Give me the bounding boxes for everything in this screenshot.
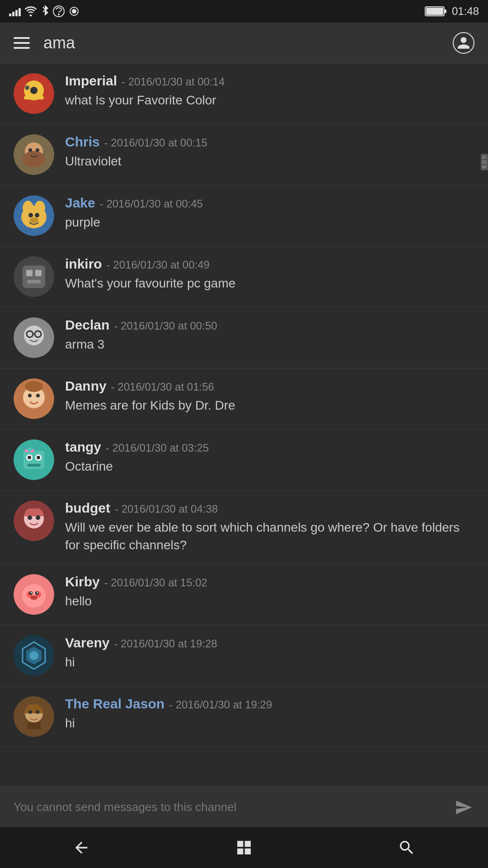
message-author: tangy	[65, 439, 101, 455]
message-header: inkiro- 2016/01/30 at 00:49	[65, 256, 474, 272]
message-text: Memes are for Kids by Dr. Dre	[65, 396, 474, 414]
message-timestamp: - 2016/01/30 at 00:15	[104, 137, 207, 149]
svg-point-59	[30, 595, 38, 600]
svg-point-45	[37, 456, 40, 459]
message-author: Jake	[65, 195, 95, 211]
svg-point-38	[25, 381, 43, 392]
svg-point-21	[28, 213, 33, 217]
message-header: Kirby- 2016/01/30 at 15:02	[65, 574, 474, 590]
svg-rect-10	[24, 96, 44, 99]
avatar	[14, 134, 54, 175]
svg-rect-26	[26, 270, 33, 276]
list-item: budget- 2016/01/30 at 04:38Will we ever …	[0, 491, 488, 564]
avatar	[14, 696, 54, 737]
message-text: hi	[65, 653, 474, 671]
scroll-indicator: 0 0 8	[481, 154, 488, 170]
list-item: inkiro- 2016/01/30 at 00:49What's your f…	[0, 246, 488, 307]
hamburger-menu-button[interactable]	[14, 37, 30, 49]
battery-icon	[425, 5, 447, 17]
signal-indicators	[9, 5, 80, 18]
status-time: 01:48	[452, 5, 479, 18]
message-author: Kirby	[65, 574, 100, 590]
message-author: Imperial	[65, 73, 117, 89]
message-content: The Real Jason- 2016/01/30 at 19:29hi	[65, 696, 474, 732]
message-timestamp: - 2016/01/30 at 00:49	[107, 259, 210, 271]
svg-point-57	[31, 592, 32, 594]
svg-rect-25	[23, 265, 45, 288]
svg-point-20	[34, 201, 45, 215]
messages-list[interactable]: Imperial- 2016/01/30 at 00:14what Is you…	[0, 63, 488, 787]
message-author: Declan	[65, 317, 109, 333]
message-timestamp: - 2016/01/30 at 19:29	[169, 698, 272, 711]
svg-point-37	[36, 394, 40, 397]
svg-point-50	[36, 515, 40, 520]
svg-point-58	[37, 592, 38, 594]
message-timestamp: - 2016/01/30 at 15:02	[104, 576, 207, 589]
list-item: Declan- 2016/01/30 at 00:50arma 3	[0, 307, 488, 368]
message-content: Imperial- 2016/01/30 at 00:14what Is you…	[65, 73, 474, 109]
svg-rect-46	[27, 464, 41, 467]
message-author: budget	[65, 500, 110, 516]
home-button[interactable]	[226, 830, 262, 866]
message-text: hello	[65, 592, 474, 610]
svg-point-49	[28, 515, 32, 520]
svg-point-1	[58, 14, 60, 15]
message-text: arma 3	[65, 335, 474, 353]
svg-point-14	[23, 151, 45, 167]
send-button[interactable]	[453, 797, 474, 818]
message-text: Octarine	[65, 458, 474, 475]
avatar	[14, 195, 54, 236]
message-header: Imperial- 2016/01/30 at 00:14	[65, 73, 474, 89]
svg-point-16	[36, 148, 39, 152]
svg-point-15	[28, 148, 32, 152]
list-item: Chris- 2016/01/30 at 00:15Ultraviolet	[0, 124, 488, 185]
list-item: Danny- 2016/01/30 at 01:56Memes are for …	[0, 368, 488, 429]
message-text: What's your favourite pc game	[65, 274, 474, 292]
avatar	[14, 439, 54, 480]
message-timestamp: - 2016/01/30 at 19:28	[114, 637, 217, 650]
message-content: Jake- 2016/01/30 at 00:45purple	[65, 195, 474, 231]
message-text: what Is your Favorite Color	[65, 91, 474, 109]
extra-icon	[52, 5, 65, 18]
message-timestamp: - 2016/01/30 at 00:50	[114, 320, 217, 332]
message-content: Declan- 2016/01/30 at 00:50arma 3	[65, 317, 474, 353]
message-content: tangy- 2016/01/30 at 03:25Octarine	[65, 439, 474, 475]
search-button[interactable]	[389, 830, 425, 866]
svg-point-22	[35, 213, 39, 217]
page-title: ama	[43, 33, 439, 52]
list-item: Kirby- 2016/01/30 at 15:02hello	[0, 564, 488, 625]
message-author: Vareny	[65, 635, 109, 651]
svg-rect-28	[27, 280, 41, 283]
message-content: Chris- 2016/01/30 at 00:15Ultraviolet	[65, 134, 474, 170]
list-item: Jake- 2016/01/30 at 00:45purple	[0, 185, 488, 246]
list-item: Vareny- 2016/01/30 at 19:28hi	[0, 625, 488, 686]
profile-button[interactable]	[453, 32, 474, 54]
message-text: hi	[65, 714, 474, 732]
svg-point-3	[72, 9, 76, 13]
signal-icon	[9, 6, 21, 16]
nav-bar	[0, 827, 488, 868]
avatar	[14, 256, 54, 297]
svg-point-19	[23, 201, 33, 215]
message-text: purple	[65, 213, 474, 231]
list-item: The Real Jason- 2016/01/30 at 19:29hi	[0, 686, 488, 747]
avatar	[14, 317, 54, 358]
message-content: budget- 2016/01/30 at 04:38Will we ever …	[65, 500, 474, 554]
message-header: Vareny- 2016/01/30 at 19:28	[65, 635, 474, 651]
message-header: Danny- 2016/01/30 at 01:56	[65, 378, 474, 394]
message-text: Ultraviolet	[65, 152, 474, 170]
svg-point-23	[29, 217, 38, 223]
message-header: budget- 2016/01/30 at 04:38	[65, 500, 474, 516]
message-content: Kirby- 2016/01/30 at 15:02hello	[65, 574, 474, 610]
list-item: tangy- 2016/01/30 at 03:25Octarine	[0, 429, 488, 491]
svg-point-66	[28, 710, 32, 714]
svg-point-9	[30, 87, 38, 94]
back-button[interactable]	[63, 830, 99, 866]
message-text: Will we ever be able to sort which chann…	[65, 519, 474, 554]
svg-point-67	[36, 710, 39, 714]
svg-point-44	[28, 456, 31, 459]
message-author: The Real Jason	[65, 696, 164, 712]
message-timestamp: - 2016/01/30 at 01:56	[111, 381, 214, 393]
message-timestamp: - 2016/01/30 at 04:38	[115, 503, 218, 515]
message-header: Declan- 2016/01/30 at 00:50	[65, 317, 474, 333]
